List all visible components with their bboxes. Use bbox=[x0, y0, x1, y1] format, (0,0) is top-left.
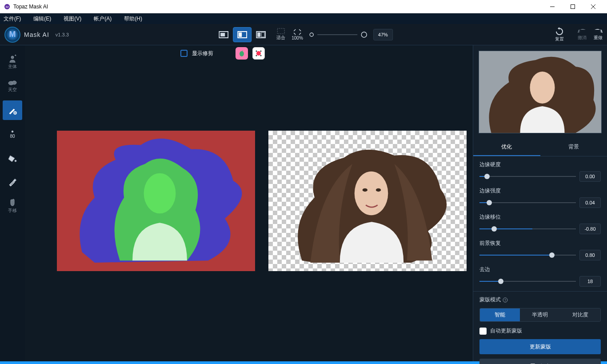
svg-rect-9 bbox=[239, 32, 242, 37]
zoom-value[interactable]: 47% bbox=[373, 29, 393, 40]
slider-value[interactable]: 0.04 bbox=[579, 197, 601, 208]
menu-file[interactable]: 文件(F) bbox=[4, 15, 21, 23]
svg-rect-13 bbox=[277, 28, 284, 34]
auto-update-checkbox[interactable] bbox=[479, 328, 487, 335]
mask-mode-options: 智能 半透明 对比度 bbox=[479, 308, 601, 322]
update-mask-button[interactable]: 更新蒙版 bbox=[479, 339, 601, 354]
help-icon[interactable]: ? bbox=[503, 297, 508, 303]
preview-right[interactable] bbox=[268, 131, 467, 271]
window-title: Topaz Mask AI bbox=[13, 4, 48, 10]
tool-fill[interactable] bbox=[3, 148, 22, 168]
view-side-button[interactable] bbox=[252, 27, 270, 42]
thumbnail-preview[interactable] bbox=[479, 51, 602, 133]
brand-name: Mask AI bbox=[24, 31, 49, 38]
menu-edit[interactable]: 编辑(E) bbox=[33, 15, 51, 23]
slider-fg-recover: 前景恢复 0.80 bbox=[479, 240, 601, 260]
circle-icon bbox=[309, 32, 314, 37]
slider-group: 边缘硬度 0.00 边缘强度 0.04 边缘移位 -0.80 bbox=[473, 156, 607, 291]
menu-help[interactable]: 帮助(H) bbox=[124, 15, 142, 23]
tool-hand[interactable]: 手移 bbox=[3, 196, 22, 216]
maximize-button[interactable] bbox=[563, 0, 583, 13]
fit-button[interactable]: 适合 bbox=[276, 28, 285, 41]
close-button[interactable] bbox=[583, 0, 603, 13]
svg-point-24 bbox=[240, 51, 244, 56]
mask-mode-section: 蒙版模式 ? 智能 半透明 对比度 自动更新蒙版 更新蒙版 保存 bbox=[473, 291, 607, 364]
slider-track[interactable] bbox=[479, 228, 576, 229]
zoom-slider[interactable] bbox=[309, 32, 367, 38]
svg-rect-3 bbox=[571, 4, 575, 8]
slider-edge-hardness: 边缘硬度 0.00 bbox=[479, 161, 601, 182]
overlay-pink-chip[interactable] bbox=[236, 47, 248, 60]
svg-point-22 bbox=[15, 160, 16, 162]
svg-point-20 bbox=[15, 112, 16, 113]
menu-bar: 文件(F) 编辑(E) 视图(V) 帐户(A) 帮助(H) bbox=[0, 13, 607, 24]
slider-track[interactable] bbox=[479, 176, 576, 177]
tool-subject[interactable]: 主体 bbox=[3, 52, 22, 72]
slider-value[interactable]: 0.80 bbox=[579, 250, 601, 260]
brush-size[interactable]: 80 bbox=[3, 124, 22, 144]
menu-view[interactable]: 视图(V) bbox=[64, 15, 81, 23]
tool-picker[interactable] bbox=[3, 172, 22, 192]
app-toolbar: M Mask AI v1.3.3 适合 100% bbox=[0, 24, 607, 45]
slider-edge-strength: 边缘强度 0.04 bbox=[479, 187, 601, 208]
mode-contrast[interactable]: 对比度 bbox=[560, 308, 600, 321]
menu-account[interactable]: 帐户(A) bbox=[94, 15, 112, 23]
view-controls: 适合 100% 47% bbox=[214, 27, 393, 42]
svg-point-26 bbox=[256, 51, 257, 52]
svg-rect-11 bbox=[257, 32, 260, 37]
show-trim-checkbox[interactable] bbox=[180, 50, 188, 57]
svg-point-35 bbox=[530, 72, 555, 104]
circle-icon bbox=[361, 32, 367, 38]
redo-button[interactable]: 重做 bbox=[594, 28, 603, 41]
svg-point-15 bbox=[361, 32, 367, 37]
svg-point-18 bbox=[12, 81, 16, 84]
view-single-button[interactable] bbox=[214, 27, 233, 42]
tab-background[interactable]: 背景 bbox=[540, 139, 607, 156]
left-toolbar: 主体 天空 80 手移 bbox=[0, 45, 25, 361]
svg-point-29 bbox=[260, 55, 262, 56]
minimize-button[interactable] bbox=[542, 0, 563, 13]
brand-version: v1.3.3 bbox=[56, 32, 69, 37]
slider-edge-shift: 边缘移位 -0.80 bbox=[479, 213, 601, 234]
svg-point-28 bbox=[256, 55, 257, 56]
auto-update-label: 自动更新蒙版 bbox=[490, 327, 522, 335]
undo-button[interactable]: 撤消 bbox=[578, 28, 587, 41]
slider-track[interactable] bbox=[479, 281, 576, 282]
overlay-white-chip[interactable] bbox=[252, 47, 265, 60]
slider-track[interactable] bbox=[479, 202, 576, 203]
svg-rect-23 bbox=[13, 179, 16, 182]
svg-point-25 bbox=[256, 51, 261, 56]
slider-defringe: 去边 18 bbox=[479, 266, 601, 287]
mask-mode-title: 蒙版模式 bbox=[479, 296, 501, 304]
svg-point-30 bbox=[144, 173, 176, 214]
svg-point-33 bbox=[376, 188, 381, 192]
svg-point-14 bbox=[310, 33, 313, 36]
side-tabs: 优化 背景 bbox=[473, 139, 607, 156]
canvas-area: 显示修剪 bbox=[25, 45, 473, 361]
brand: M Mask AI v1.3.3 bbox=[4, 27, 69, 43]
svg-text:M: M bbox=[6, 5, 9, 9]
slider-track[interactable] bbox=[479, 255, 576, 256]
tool-sky[interactable]: 天空 bbox=[3, 76, 22, 96]
brand-logo: M bbox=[4, 27, 20, 43]
svg-point-16 bbox=[11, 56, 14, 59]
tab-refine[interactable]: 优化 bbox=[473, 139, 540, 156]
reset-button[interactable]: 复置 bbox=[555, 27, 564, 42]
slider-value[interactable]: 18 bbox=[579, 276, 601, 287]
side-panel: 优化 背景 边缘硬度 0.00 边缘强度 0.04 边缘移位 bbox=[473, 45, 607, 361]
save-button[interactable]: 保存 bbox=[479, 359, 601, 364]
zoom-100-button[interactable]: 100% bbox=[292, 29, 303, 40]
app-icon: M bbox=[4, 3, 11, 10]
mode-translucent[interactable]: 半透明 bbox=[520, 308, 560, 321]
canvas-control-strip: 显示修剪 bbox=[180, 46, 265, 60]
view-split-button[interactable] bbox=[233, 27, 252, 42]
tool-brush[interactable] bbox=[3, 100, 22, 120]
window-titlebar: M Topaz Mask AI bbox=[0, 0, 607, 13]
mode-smart[interactable]: 智能 bbox=[480, 308, 520, 321]
svg-rect-12 bbox=[261, 32, 264, 37]
svg-point-27 bbox=[260, 51, 262, 52]
slider-value[interactable]: 0.00 bbox=[579, 171, 601, 182]
preview-left[interactable] bbox=[57, 131, 255, 271]
slider-value[interactable]: -0.80 bbox=[579, 224, 601, 234]
svg-point-21 bbox=[12, 131, 13, 132]
